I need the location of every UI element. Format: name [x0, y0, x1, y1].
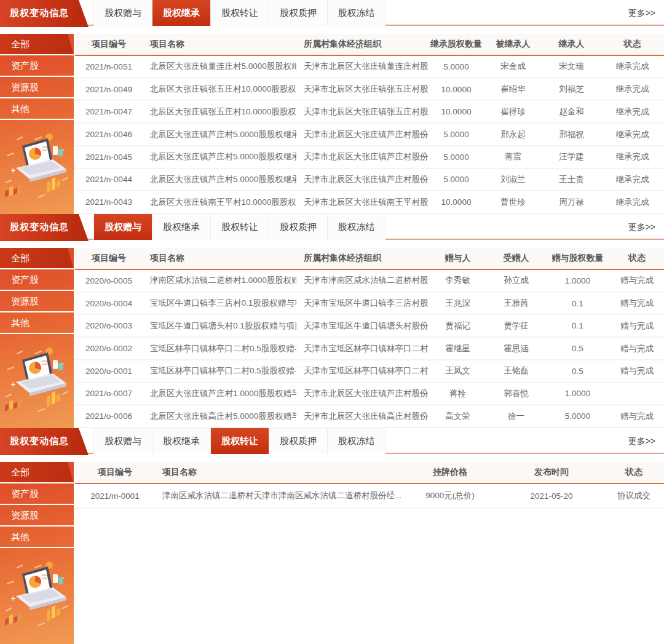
section-header: 股权变动信息股权赠与股权继承股权转让股权质押股权冻结更多>>: [0, 214, 664, 240]
sidebar-item-asset-shares[interactable]: 资产股: [0, 483, 74, 505]
table-cell: 霍思涵: [487, 343, 545, 354]
table-cell: 天津市北辰区大张庄镇芦庄村股份...: [296, 174, 429, 185]
illustration-wrap: [1, 344, 73, 418]
tab-equity-gift[interactable]: 股权赠与: [93, 428, 152, 454]
table-cell: 赠与完成: [610, 320, 664, 332]
table-cell: 邢永起: [484, 129, 542, 140]
column-header: 项目编号: [75, 39, 143, 50]
sidebar: 全部资产股资源股其他: [0, 462, 74, 644]
table-cell: 继承完成: [601, 151, 664, 162]
table-cell: 宝坻区牛道口镇李三店村0.1股股权赠与项目: [143, 298, 296, 309]
sidebar-item-resource-shares[interactable]: 资源股: [0, 505, 74, 527]
tab-equity-transfer[interactable]: 股权转让: [210, 214, 269, 240]
table-cell: 高文荣: [429, 411, 487, 422]
table-header-row: 项目编号项目名称所属村集体经济组织赠与人受赠人赠与股权数量状态: [75, 248, 664, 270]
section-equity-transfer: 股权变动信息股权赠与股权继承股权转让股权质押股权冻结更多>>全部资产股资源股其他…: [0, 428, 664, 644]
tab-equity-transfer[interactable]: 股权转让: [210, 428, 269, 454]
table-row[interactable]: 2021/n-0051北辰区大张庄镇董连庄村5.0000股股权继...天津市北辰…: [75, 56, 664, 79]
table-cell: 2021/o-0007: [75, 389, 143, 398]
table-panel: 项目编号项目名称挂牌价格发布时间状态2021/m-0001津南区咸水沽镇二道桥村…: [75, 462, 664, 644]
table-cell: 10.0000: [429, 85, 484, 94]
table-cell: 宝坻区林亭口镇林亭口二村0.5股股权赠与...: [143, 343, 296, 354]
table-cell: 继承完成: [601, 174, 664, 185]
charts-laptop-illustration: [1, 558, 73, 632]
tab-equity-transfer[interactable]: 股权转让: [210, 0, 269, 26]
table-cell: 王兆深: [429, 298, 487, 309]
table-cell: 2020/o-0005: [75, 276, 143, 285]
column-header: 所属村集体经济组织: [296, 253, 429, 264]
column-header: 继承股权数量: [429, 39, 484, 50]
table-cell: 2021/n-0046: [75, 130, 143, 139]
table-cell: 2021/n-0047: [75, 107, 143, 116]
table-row[interactable]: 2021/n-0046北辰区大张庄镇芦庄村5.0000股股权继承...天津市北辰…: [75, 124, 664, 146]
tab-equity-pledge[interactable]: 股权质押: [269, 428, 327, 454]
table-row[interactable]: 2020/o-0001宝坻区林亭口镇林亭口二村0.5股股权赠与...天津市宝坻区…: [75, 360, 664, 383]
sidebar-item-all[interactable]: 全部: [0, 462, 74, 483]
table-cell: 宝坻区林亭口镇林亭口二村0.5股股权赠与...: [143, 365, 296, 376]
tab-equity-freeze[interactable]: 股权冻结: [327, 0, 385, 26]
sidebar-item-all[interactable]: 全部: [0, 34, 74, 55]
table-cell: 5.0000: [429, 62, 484, 71]
table-row[interactable]: 2020/o-0002宝坻区林亭口镇林亭口二村0.5股股权赠与...天津市宝坻区…: [75, 338, 664, 360]
sidebar-item-other[interactable]: 其他: [0, 527, 74, 548]
table-cell: 天津市北辰区大张庄镇张五庄村股...: [296, 84, 429, 95]
table-cell: 刘福芝: [542, 84, 601, 95]
table-row[interactable]: 2020/o-0003宝坻区牛道口镇塘头村0.1股股权赠与项目天津市宝坻区牛道口…: [75, 315, 664, 338]
table-cell: 0.5: [545, 344, 610, 353]
table-row[interactable]: 2021/o-0007北辰区大张庄镇芦庄村1.0000股股权赠与...天津市北辰…: [75, 383, 664, 406]
sidebar-item-all[interactable]: 全部: [0, 248, 74, 269]
column-header: 继承人: [542, 39, 601, 50]
table-cell: 0.5: [545, 367, 610, 376]
table-cell: 天津市北辰区大张庄镇芦庄村股份...: [296, 129, 429, 140]
sidebar-item-other[interactable]: 其他: [0, 312, 74, 334]
sidebar-item-asset-shares[interactable]: 资产股: [0, 55, 74, 77]
table-cell: 5.0000: [545, 411, 610, 421]
tab-equity-inheritance[interactable]: 股权继承: [152, 214, 210, 240]
column-header: 赠与股权数量: [545, 253, 610, 264]
more-link[interactable]: 更多>>: [628, 214, 655, 240]
table-row[interactable]: 2021/o-0006北辰区大张庄镇高庄村5.0000股股权赠与...天津市北辰…: [75, 405, 664, 428]
table-row[interactable]: 2021/n-0047北辰区大张庄镇张五庄村10.0000股股权继...天津市北…: [75, 101, 664, 124]
tab-equity-freeze[interactable]: 股权冻结: [327, 214, 385, 240]
section-body: 全部资产股资源股其他 项目编号项目名称所属村集体经济组织赠与人受赠人赠与股权数量…: [0, 248, 664, 428]
table-cell: 天津市北辰区大张庄镇南王平村股...: [296, 197, 429, 208]
sidebar-item-asset-shares[interactable]: 资产股: [0, 269, 74, 291]
tab-equity-freeze[interactable]: 股权冻结: [327, 428, 385, 454]
table-row[interactable]: 2021/n-0043北辰区大张庄镇南王平村10.0000股股权继...天津市北…: [75, 191, 664, 214]
tab-equity-pledge[interactable]: 股权质押: [269, 0, 327, 26]
table-row[interactable]: 2021/n-0049北辰区大张庄镇张五庄村10.0000股股权继...天津市北…: [75, 79, 664, 101]
table-cell: 赠与完成: [610, 411, 664, 422]
sidebar-item-resource-shares[interactable]: 资源股: [0, 77, 74, 98]
more-link[interactable]: 更多>>: [628, 0, 655, 26]
table-cell: 天津市宝坻区林亭口镇林亭口二村...: [296, 365, 429, 376]
table-cell: 赠与完成: [610, 365, 664, 376]
table-cell: 北辰区大张庄镇董连庄村5.0000股股权继...: [143, 61, 296, 72]
column-header: 项目名称: [143, 39, 296, 50]
more-link[interactable]: 更多>>: [628, 428, 655, 454]
table-cell: 北辰区大张庄镇芦庄村1.0000股股权赠与...: [143, 388, 296, 399]
table-panel: 项目编号项目名称所属村集体经济组织赠与人受赠人赠与股权数量状态2020/o-00…: [75, 248, 664, 428]
tab-equity-inheritance[interactable]: 股权继承: [152, 0, 210, 26]
table-cell: 李秀敏: [429, 275, 487, 286]
tab-equity-inheritance[interactable]: 股权继承: [152, 428, 210, 454]
tab-equity-pledge[interactable]: 股权质押: [269, 214, 327, 240]
tab-equity-gift[interactable]: 股权赠与: [93, 0, 152, 26]
table-cell: 宝坻区牛道口镇塘头村0.1股股权赠与项目: [143, 320, 296, 332]
table-row[interactable]: 2021/n-0045北辰区大张庄镇芦庄村5.0000股股权继承...天津市北辰…: [75, 146, 664, 169]
table-row[interactable]: 2021/n-0044北辰区大张庄镇芦庄村5.0000股股权继承...天津市北辰…: [75, 169, 664, 192]
table-row[interactable]: 2020/o-0005津南区咸水沽镇二道桥村1.0000股股权赠...天津市津南…: [75, 270, 664, 293]
table-cell: 津南区咸水沽镇二道桥村天津市津南区咸水沽镇二道桥村股份经...: [155, 490, 401, 501]
table-row[interactable]: 2021/m-0001津南区咸水沽镇二道桥村天津市津南区咸水沽镇二道桥村股份经.…: [75, 484, 664, 509]
section-header: 股权变动信息股权赠与股权继承股权转让股权质押股权冻结更多>>: [0, 428, 664, 454]
sidebar-item-other[interactable]: 其他: [0, 98, 74, 120]
table-cell: 霍继星: [429, 343, 487, 354]
column-header: 赠与人: [429, 253, 487, 264]
tab-equity-gift[interactable]: 股权赠与: [93, 214, 152, 240]
table-cell: 北辰区大张庄镇南王平村10.0000股股权继...: [143, 197, 296, 208]
column-header: 项目名称: [155, 467, 401, 478]
sidebar-item-resource-shares[interactable]: 资源股: [0, 291, 74, 312]
section-equity-gift: 股权变动信息股权赠与股权继承股权转让股权质押股权冻结更多>>全部资产股资源股其他…: [0, 214, 664, 428]
table-cell: 北辰区大张庄镇张五庄村10.0000股股权继...: [143, 106, 296, 117]
table-row[interactable]: 2020/o-0004宝坻区牛道口镇李三店村0.1股股权赠与项目天津市宝坻区牛道…: [75, 293, 664, 316]
table-cell: 北辰区大张庄镇芦庄村5.0000股股权继承...: [143, 174, 296, 185]
